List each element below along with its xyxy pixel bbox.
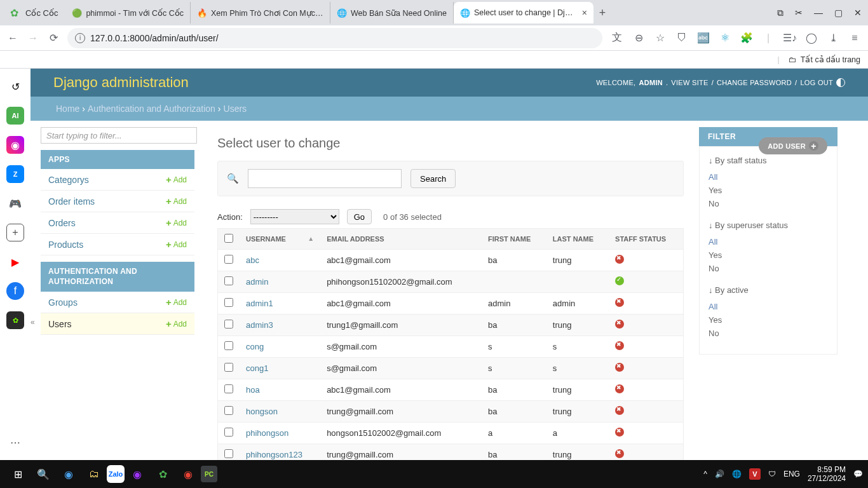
username-link[interactable]: admin [246, 277, 268, 287]
filter-option[interactable]: Yes [700, 184, 837, 197]
breadcrumb-home[interactable]: Home [56, 104, 79, 114]
filter-option[interactable]: All [700, 170, 837, 184]
username-link[interactable]: hongson [246, 407, 278, 416]
col-firstname[interactable]: FIRST NAME [482, 229, 546, 250]
logout-link[interactable]: LOG OUT [800, 79, 833, 86]
profile-icon[interactable]: ◯ [804, 32, 818, 44]
sidebar-model-link[interactable]: Categorys [48, 175, 89, 185]
back-button[interactable]: ← [6, 32, 19, 44]
bookmarks-folder-icon[interactable]: 🗀 [789, 55, 797, 64]
col-staff[interactable]: STAFF STATUS [609, 229, 683, 250]
pip-icon[interactable]: ⧉ [777, 8, 783, 18]
tray-shield-icon[interactable]: 🛡 [768, 470, 776, 478]
row-checkbox[interactable] [224, 428, 233, 437]
extensions-icon[interactable]: 🧩 [740, 32, 754, 44]
row-checkbox[interactable] [224, 384, 233, 393]
pycharm-taskbar-icon[interactable]: PC [201, 466, 217, 482]
username-link[interactable]: hoa [246, 385, 260, 395]
playlist-icon[interactable]: ☰♪ [783, 32, 797, 44]
row-checkbox[interactable] [224, 276, 233, 285]
row-checkbox[interactable] [224, 341, 233, 350]
sidebar-model-link[interactable]: Products [48, 240, 83, 250]
downloads-icon[interactable]: ⤓ [826, 32, 840, 44]
messenger-icon[interactable]: ◉ [6, 136, 24, 154]
start-button[interactable]: ⊞ [5, 461, 31, 487]
site-info-icon[interactable]: i [75, 33, 85, 43]
app-badge-icon[interactable]: ✿ [6, 311, 24, 329]
chrome-taskbar-icon[interactable]: ◉ [175, 461, 201, 487]
edge-icon[interactable]: ◉ [56, 461, 81, 487]
theme-toggle-icon[interactable] [836, 78, 845, 87]
sidebar-add-link[interactable]: Add [166, 217, 187, 228]
zoom-icon[interactable]: ⊖ [632, 32, 646, 44]
col-lastname[interactable]: LAST NAME [546, 229, 609, 250]
tray-lang[interactable]: ENG [783, 470, 800, 478]
add-panel-icon[interactable]: + [6, 224, 24, 241]
select-all-checkbox[interactable] [224, 234, 233, 243]
zalo-icon[interactable]: Z [6, 165, 24, 183]
ai-badge-icon[interactable]: AI [6, 107, 24, 125]
file-explorer-icon[interactable]: 🗂 [81, 461, 107, 487]
filter-option[interactable]: No [700, 197, 837, 210]
gtranslate-ext-icon[interactable]: 🔤 [696, 32, 710, 44]
window-minimize-icon[interactable]: — [814, 8, 823, 18]
all-bookmarks[interactable]: Tất cả dấu trang [801, 55, 860, 64]
row-checkbox[interactable] [224, 363, 233, 372]
browser-tab[interactable]: 🌐Web Bán Sữa Need Online [330, 2, 454, 24]
sidebar-add-link[interactable]: Add [166, 196, 187, 207]
row-checkbox[interactable] [224, 320, 233, 329]
history-icon[interactable]: ↺ [6, 78, 24, 95]
username-link[interactable]: abc [246, 255, 259, 265]
sidebar-add-link[interactable]: Add [166, 297, 187, 308]
forward-button[interactable]: → [27, 32, 39, 44]
sidebar-filter-input[interactable] [41, 127, 197, 144]
more-panel-icon[interactable]: ⋯ [6, 433, 24, 451]
filter-option[interactable]: No [700, 327, 837, 340]
username-link[interactable]: phihongson [246, 428, 288, 438]
sidebar-add-link[interactable]: Add [166, 239, 187, 250]
new-tab-button[interactable]: + [593, 6, 611, 20]
browser-tab[interactable]: 🌐Select user to change | Djang× [454, 2, 593, 24]
zalo-taskbar-icon[interactable]: Zalo [107, 465, 125, 483]
screenshot-icon[interactable]: ✂ [795, 8, 803, 18]
row-checkbox[interactable] [224, 298, 233, 307]
sidebar-add-link[interactable]: Add [166, 318, 187, 329]
username-link[interactable]: cong1 [246, 363, 268, 373]
row-checkbox[interactable] [224, 406, 233, 415]
collapse-panel-icon[interactable]: « [31, 318, 35, 327]
search-input[interactable] [248, 169, 402, 188]
sidebar-model-link[interactable]: Groups [48, 297, 78, 308]
messenger-taskbar-icon[interactable]: ◉ [125, 461, 150, 487]
action-select[interactable]: --------- [250, 209, 339, 224]
view-site-link[interactable]: VIEW SITE [671, 79, 708, 86]
username-link[interactable]: admin3 [246, 320, 273, 330]
add-user-button[interactable]: ADD USER [759, 137, 827, 154]
tray-chevron-icon[interactable]: ^ [703, 470, 707, 478]
shield-icon[interactable]: ⛉ [675, 32, 689, 44]
tray-unikey-icon[interactable]: V [749, 468, 761, 480]
sidebar-model-link[interactable]: Order items [48, 196, 95, 207]
menu-icon[interactable]: ≡ [848, 32, 862, 44]
browser-tab[interactable]: 🔥Xem Phim Trò Chơi Con Mực (Phầ [191, 2, 330, 24]
filter-option[interactable]: Yes [700, 248, 837, 262]
url-text[interactable]: 127.0.0.1:8000/admin/auth/user/ [90, 33, 219, 43]
coccoc-taskbar-icon[interactable]: ✿ [150, 461, 175, 487]
window-maximize-icon[interactable]: ▢ [834, 8, 843, 18]
site-title[interactable]: Django administration [53, 74, 189, 91]
change-password-link[interactable]: CHANGE PASSWORD [717, 79, 792, 86]
tray-network-icon[interactable]: 🌐 [732, 470, 742, 478]
username-link[interactable]: cong [246, 342, 264, 351]
row-checkbox[interactable] [224, 255, 233, 264]
window-close-icon[interactable]: ✕ [854, 8, 862, 18]
sidebar-add-link[interactable]: Add [166, 174, 187, 185]
breadcrumb-auth[interactable]: Authentication and Authorization [88, 104, 215, 114]
tray-notifications-icon[interactable]: 💬 [853, 470, 863, 478]
row-checkbox[interactable] [224, 449, 233, 458]
translate-icon[interactable]: 文 [610, 31, 624, 44]
tray-clock[interactable]: 8:59 PM 27/12/2024 [808, 465, 846, 484]
go-button[interactable]: Go [347, 209, 372, 224]
youtube-icon[interactable]: ▶ [6, 253, 24, 271]
filter-option[interactable]: All [700, 300, 837, 313]
search-taskbar-icon[interactable]: 🔍 [31, 461, 56, 487]
sidebar-model-link[interactable]: Orders [48, 218, 76, 228]
